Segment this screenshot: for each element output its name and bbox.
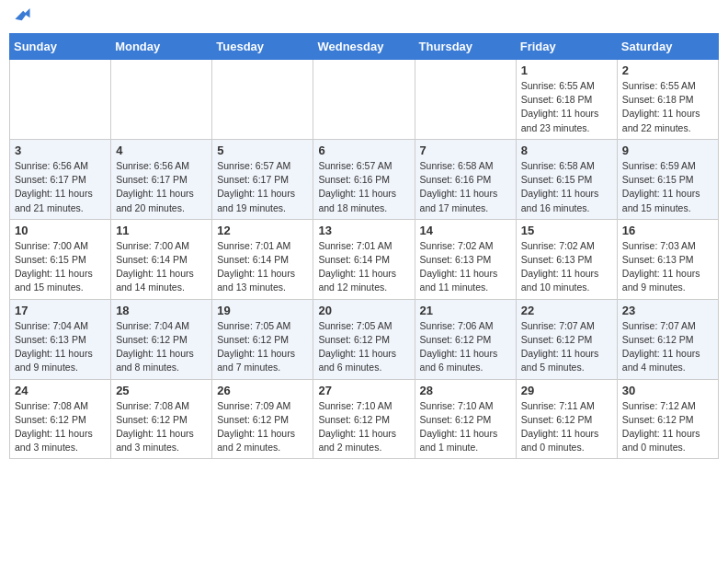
calendar-cell: 13Sunrise: 7:01 AMSunset: 6:14 PMDayligh… xyxy=(313,219,415,299)
day-info: Sunrise: 6:55 AMSunset: 6:18 PMDaylight:… xyxy=(521,79,612,135)
day-number: 24 xyxy=(15,384,106,397)
day-info: Sunrise: 7:09 AMSunset: 6:12 PMDaylight:… xyxy=(217,399,308,455)
col-header-friday: Friday xyxy=(516,34,617,60)
calendar-week-row: 1Sunrise: 6:55 AMSunset: 6:18 PMDaylight… xyxy=(10,60,719,140)
day-info: Sunrise: 6:56 AMSunset: 6:17 PMDaylight:… xyxy=(15,159,106,215)
day-info: Sunrise: 6:58 AMSunset: 6:15 PMDaylight:… xyxy=(521,159,612,215)
calendar-cell: 28Sunrise: 7:10 AMSunset: 6:12 PMDayligh… xyxy=(415,379,516,459)
calendar-week-row: 3Sunrise: 6:56 AMSunset: 6:17 PMDaylight… xyxy=(10,139,719,219)
calendar-cell: 23Sunrise: 7:07 AMSunset: 6:12 PMDayligh… xyxy=(617,299,718,379)
day-number: 13 xyxy=(318,224,409,237)
col-header-wednesday: Wednesday xyxy=(313,34,415,60)
col-header-monday: Monday xyxy=(111,34,212,60)
calendar-cell: 24Sunrise: 7:08 AMSunset: 6:12 PMDayligh… xyxy=(10,379,111,459)
day-info: Sunrise: 7:06 AMSunset: 6:12 PMDaylight:… xyxy=(420,319,511,375)
day-info: Sunrise: 7:03 AMSunset: 6:13 PMDaylight:… xyxy=(622,239,713,295)
day-info: Sunrise: 6:57 AMSunset: 6:16 PMDaylight:… xyxy=(318,159,409,215)
calendar-cell xyxy=(10,60,111,140)
calendar-week-row: 24Sunrise: 7:08 AMSunset: 6:12 PMDayligh… xyxy=(10,379,719,459)
day-info: Sunrise: 6:58 AMSunset: 6:16 PMDaylight:… xyxy=(420,159,511,215)
day-info: Sunrise: 7:01 AMSunset: 6:14 PMDaylight:… xyxy=(217,239,308,295)
svg-marker-0 xyxy=(15,8,29,20)
calendar-cell: 5Sunrise: 6:57 AMSunset: 6:17 PMDaylight… xyxy=(212,139,313,219)
logo xyxy=(9,13,31,26)
calendar-cell: 17Sunrise: 7:04 AMSunset: 6:13 PMDayligh… xyxy=(10,299,111,379)
calendar-cell: 8Sunrise: 6:58 AMSunset: 6:15 PMDaylight… xyxy=(516,139,617,219)
day-info: Sunrise: 7:04 AMSunset: 6:13 PMDaylight:… xyxy=(15,319,106,375)
calendar-cell xyxy=(111,60,212,140)
day-number: 14 xyxy=(420,224,511,237)
day-info: Sunrise: 7:00 AMSunset: 6:14 PMDaylight:… xyxy=(116,239,207,295)
calendar-cell: 1Sunrise: 6:55 AMSunset: 6:18 PMDaylight… xyxy=(516,60,617,140)
day-number: 11 xyxy=(116,224,207,237)
calendar-cell: 29Sunrise: 7:11 AMSunset: 6:12 PMDayligh… xyxy=(516,379,617,459)
calendar-cell: 19Sunrise: 7:05 AMSunset: 6:12 PMDayligh… xyxy=(212,299,313,379)
day-info: Sunrise: 7:10 AMSunset: 6:12 PMDaylight:… xyxy=(420,399,511,455)
day-number: 20 xyxy=(318,304,409,317)
day-info: Sunrise: 7:11 AMSunset: 6:12 PMDaylight:… xyxy=(521,399,612,455)
col-header-tuesday: Tuesday xyxy=(212,34,313,60)
calendar-table: SundayMondayTuesdayWednesdayThursdayFrid… xyxy=(9,33,719,459)
calendar-week-row: 10Sunrise: 7:00 AMSunset: 6:15 PMDayligh… xyxy=(10,219,719,299)
calendar-cell xyxy=(313,60,415,140)
day-number: 7 xyxy=(420,144,511,157)
calendar-cell: 27Sunrise: 7:10 AMSunset: 6:12 PMDayligh… xyxy=(313,379,415,459)
day-info: Sunrise: 6:56 AMSunset: 6:17 PMDaylight:… xyxy=(116,159,207,215)
day-info: Sunrise: 7:00 AMSunset: 6:15 PMDaylight:… xyxy=(15,239,106,295)
calendar-cell: 12Sunrise: 7:01 AMSunset: 6:14 PMDayligh… xyxy=(212,219,313,299)
day-info: Sunrise: 7:08 AMSunset: 6:12 PMDaylight:… xyxy=(116,399,207,455)
day-number: 18 xyxy=(116,304,207,317)
calendar-cell: 2Sunrise: 6:55 AMSunset: 6:18 PMDaylight… xyxy=(617,60,718,140)
day-info: Sunrise: 7:07 AMSunset: 6:12 PMDaylight:… xyxy=(622,319,713,375)
calendar-cell: 25Sunrise: 7:08 AMSunset: 6:12 PMDayligh… xyxy=(111,379,212,459)
day-number: 4 xyxy=(116,144,207,157)
col-header-sunday: Sunday xyxy=(10,34,111,60)
day-number: 6 xyxy=(318,144,409,157)
day-info: Sunrise: 7:04 AMSunset: 6:12 PMDaylight:… xyxy=(116,319,207,375)
calendar-cell: 26Sunrise: 7:09 AMSunset: 6:12 PMDayligh… xyxy=(212,379,313,459)
day-info: Sunrise: 7:02 AMSunset: 6:13 PMDaylight:… xyxy=(420,239,511,295)
day-number: 28 xyxy=(420,384,511,397)
calendar-cell: 21Sunrise: 7:06 AMSunset: 6:12 PMDayligh… xyxy=(415,299,516,379)
day-info: Sunrise: 7:10 AMSunset: 6:12 PMDaylight:… xyxy=(318,399,409,455)
day-number: 30 xyxy=(622,384,713,397)
day-info: Sunrise: 7:07 AMSunset: 6:12 PMDaylight:… xyxy=(521,319,612,375)
day-number: 5 xyxy=(217,144,308,157)
header xyxy=(9,9,719,26)
day-info: Sunrise: 7:12 AMSunset: 6:12 PMDaylight:… xyxy=(622,399,713,455)
day-number: 1 xyxy=(521,63,612,77)
day-number: 15 xyxy=(521,224,612,237)
calendar-cell: 14Sunrise: 7:02 AMSunset: 6:13 PMDayligh… xyxy=(415,219,516,299)
day-number: 26 xyxy=(217,384,308,397)
calendar-cell: 6Sunrise: 6:57 AMSunset: 6:16 PMDaylight… xyxy=(313,139,415,219)
day-number: 29 xyxy=(521,384,612,397)
calendar-cell: 16Sunrise: 7:03 AMSunset: 6:13 PMDayligh… xyxy=(617,219,718,299)
day-info: Sunrise: 7:02 AMSunset: 6:13 PMDaylight:… xyxy=(521,239,612,295)
calendar-cell: 9Sunrise: 6:59 AMSunset: 6:15 PMDaylight… xyxy=(617,139,718,219)
calendar-cell: 7Sunrise: 6:58 AMSunset: 6:16 PMDaylight… xyxy=(415,139,516,219)
calendar-cell xyxy=(415,60,516,140)
day-number: 22 xyxy=(521,304,612,317)
day-info: Sunrise: 6:57 AMSunset: 6:17 PMDaylight:… xyxy=(217,159,308,215)
day-number: 10 xyxy=(15,224,106,237)
day-number: 16 xyxy=(622,224,713,237)
day-info: Sunrise: 7:05 AMSunset: 6:12 PMDaylight:… xyxy=(217,319,308,375)
calendar-cell xyxy=(212,60,313,140)
calendar-cell: 10Sunrise: 7:00 AMSunset: 6:15 PMDayligh… xyxy=(10,219,111,299)
day-info: Sunrise: 7:01 AMSunset: 6:14 PMDaylight:… xyxy=(318,239,409,295)
day-number: 27 xyxy=(318,384,409,397)
col-header-saturday: Saturday xyxy=(617,34,718,60)
day-info: Sunrise: 6:55 AMSunset: 6:18 PMDaylight:… xyxy=(622,79,713,135)
col-header-thursday: Thursday xyxy=(415,34,516,60)
calendar-cell: 18Sunrise: 7:04 AMSunset: 6:12 PMDayligh… xyxy=(111,299,212,379)
day-number: 19 xyxy=(217,304,308,317)
logo-bird-icon xyxy=(11,6,31,26)
day-number: 21 xyxy=(420,304,511,317)
day-number: 12 xyxy=(217,224,308,237)
day-number: 17 xyxy=(15,304,106,317)
calendar-cell: 20Sunrise: 7:05 AMSunset: 6:12 PMDayligh… xyxy=(313,299,415,379)
day-number: 8 xyxy=(521,144,612,157)
header-row: SundayMondayTuesdayWednesdayThursdayFrid… xyxy=(10,34,719,60)
calendar-cell: 4Sunrise: 6:56 AMSunset: 6:17 PMDaylight… xyxy=(111,139,212,219)
day-number: 25 xyxy=(116,384,207,397)
